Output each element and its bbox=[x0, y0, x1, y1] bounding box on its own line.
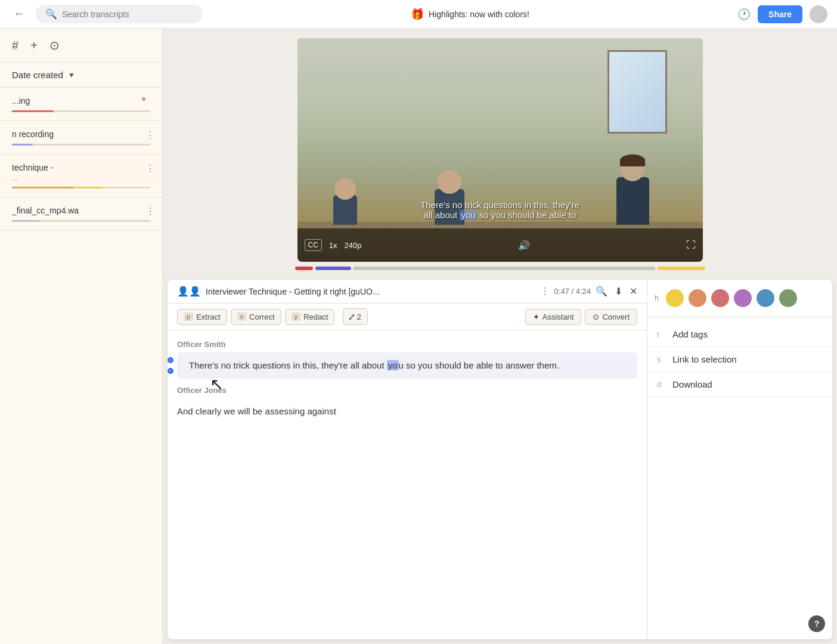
time-icon[interactable]: 🕐 bbox=[737, 8, 751, 21]
add-tags-action[interactable]: t Add tags bbox=[647, 322, 832, 347]
person-3-hair bbox=[620, 154, 645, 166]
sidebar-icons: # + ⊙ bbox=[0, 29, 162, 63]
transcript-title: Interviewer Technique - Getting it right… bbox=[206, 287, 535, 296]
avatar bbox=[810, 5, 827, 23]
date-created-bar[interactable]: Date created ▼ bbox=[0, 63, 162, 88]
transcript-text-block-2: And clearly we will be assessing against bbox=[177, 398, 637, 425]
transcript-text-after: u so you should be able to answer them. bbox=[399, 360, 559, 370]
sort-dropdown-arrow: ▼ bbox=[68, 71, 75, 79]
add-tags-label: Add tags bbox=[672, 329, 708, 339]
color-yellow[interactable] bbox=[666, 289, 684, 307]
list-item-title: technique - bbox=[12, 163, 150, 172]
highlights-label: Highlights: now with colors! bbox=[429, 10, 529, 19]
link-to-selection-action[interactable]: s Link to selection bbox=[647, 347, 832, 372]
search-icon[interactable]: 🔍 bbox=[596, 286, 607, 297]
selection-handle-top[interactable] bbox=[168, 357, 173, 363]
download-action[interactable]: d Download bbox=[647, 372, 832, 397]
download-label: Download bbox=[672, 379, 712, 389]
close-icon[interactable]: ✕ bbox=[630, 286, 637, 297]
convert-button[interactable]: ⊙ Convert bbox=[585, 309, 637, 325]
quality-button[interactable]: 240p bbox=[345, 241, 362, 250]
color-key-label: h bbox=[655, 294, 659, 302]
list-item[interactable]: _final_cc_mp4.wa ⋮ bbox=[0, 197, 162, 231]
selection-handle-bottom[interactable] bbox=[168, 368, 173, 374]
hashtag-icon[interactable]: # bbox=[12, 39, 18, 52]
branch-button[interactable]: ⑇ 2 bbox=[343, 308, 367, 325]
back-button[interactable]: ← bbox=[10, 5, 29, 24]
add-tags-key: t bbox=[657, 330, 666, 339]
list-item-title: n recording bbox=[12, 129, 150, 139]
item-menu-button[interactable]: ⋮ bbox=[145, 206, 155, 217]
item-menu-button[interactable]: ⋮ bbox=[145, 129, 155, 141]
highlights-button[interactable]: 🎁 Highlights: now with colors! bbox=[210, 8, 730, 21]
color-blue[interactable] bbox=[757, 289, 774, 307]
download-key: d bbox=[657, 380, 666, 389]
top-bar: ← 🔍 🎁 Highlights: now with colors! 🕐 Sha… bbox=[0, 0, 837, 29]
speaker-name: Officer Smith bbox=[177, 340, 637, 349]
right-actions: t Add tags s Link to selection d Downloa… bbox=[647, 317, 832, 402]
subtitle-text1: There's no trick questions in this, they… bbox=[420, 200, 579, 210]
color-purple[interactable] bbox=[734, 289, 752, 307]
color-green[interactable] bbox=[779, 289, 797, 307]
volume-button[interactable]: 🔊 bbox=[518, 240, 530, 251]
speed-button[interactable]: 1x bbox=[329, 241, 337, 250]
branch-count: 2 bbox=[356, 312, 361, 321]
person-3-head bbox=[620, 154, 645, 181]
fullscreen-button[interactable]: ⛶ bbox=[686, 240, 696, 250]
transcript-header: 👤👤 Interviewer Technique - Getting it ri… bbox=[168, 280, 647, 304]
progress-bar-fill-2 bbox=[75, 187, 103, 188]
sidebar: # + ⊙ Date created ▼ ...ing n bbox=[0, 29, 163, 644]
transcript-action-icons: 🔍 ⬇ ✕ bbox=[596, 286, 637, 297]
branch-icon: ⑇ bbox=[349, 312, 354, 321]
speaker-name-2: Officer Jones bbox=[177, 386, 637, 395]
progress-bar-fill bbox=[12, 187, 74, 188]
back-icon: ← bbox=[14, 8, 24, 20]
subtitle-text3: so you should be able to bbox=[479, 210, 576, 220]
transcript-toolbar: p Extract x Correct y Redact ⑇ bbox=[168, 304, 647, 330]
list-item-title: _final_cc_mp4.wa bbox=[12, 206, 150, 215]
link-to-selection-label: Link to selection bbox=[672, 354, 737, 364]
convert-icon: ⊙ bbox=[593, 312, 599, 321]
extract-button[interactable]: p Extract bbox=[177, 309, 227, 325]
progress-bar-fill bbox=[12, 144, 33, 145]
transcript-body: Officer Smith There's no trick questions… bbox=[168, 330, 647, 639]
video-subtitle: There's no trick questions in this, they… bbox=[297, 200, 703, 220]
progress-segments bbox=[286, 262, 715, 275]
video-player[interactable]: ▶ There's no trick questions in this, th… bbox=[297, 38, 703, 262]
notification-dot bbox=[142, 97, 145, 101]
progress-bar-fill bbox=[12, 110, 54, 112]
content-area: ▶ There's no trick questions in this, th… bbox=[163, 29, 837, 644]
search-input[interactable] bbox=[62, 10, 181, 19]
progress-bar-track bbox=[12, 110, 150, 112]
list-item[interactable]: n recording ⋮ bbox=[0, 121, 162, 154]
segment-2 bbox=[315, 267, 351, 270]
date-created-label: Date created bbox=[12, 70, 63, 80]
person-1-head bbox=[334, 178, 356, 200]
color-pink[interactable] bbox=[711, 289, 729, 307]
convert-label: Convert bbox=[602, 312, 630, 321]
list-item[interactable]: technique - ... ⋮ bbox=[0, 154, 162, 197]
progress-bar-track bbox=[12, 220, 150, 222]
extract-label: Extract bbox=[196, 312, 220, 321]
list-item[interactable]: ...ing bbox=[0, 88, 162, 121]
person-2-head bbox=[438, 170, 461, 194]
transcript-text-2-content: And clearly we will be assessing against bbox=[177, 406, 336, 416]
help-area: ? bbox=[647, 608, 832, 639]
search-icon: 🔍 bbox=[45, 8, 57, 20]
assistant-button[interactable]: ✦ Assistant bbox=[525, 309, 582, 325]
item-menu-button[interactable]: ⋮ bbox=[145, 163, 155, 174]
transcript-text-block: There's no trick questions in this, they… bbox=[177, 352, 637, 379]
more-options-icon[interactable]: ⋮ bbox=[540, 286, 550, 297]
add-icon[interactable]: + bbox=[30, 39, 38, 52]
filter-icon[interactable]: ⊙ bbox=[49, 38, 60, 52]
transcript-text-before: There's no trick questions in this, they… bbox=[189, 360, 387, 370]
correct-key: x bbox=[237, 312, 247, 321]
color-orange[interactable] bbox=[689, 289, 706, 307]
help-button[interactable]: ? bbox=[808, 615, 825, 632]
share-button[interactable]: Share bbox=[758, 5, 802, 23]
correct-button[interactable]: x Correct bbox=[231, 309, 281, 325]
cc-button[interactable]: CC bbox=[305, 239, 322, 251]
redact-key: y bbox=[292, 312, 301, 321]
redact-button[interactable]: y Redact bbox=[285, 309, 335, 325]
download-icon[interactable]: ⬇ bbox=[615, 286, 622, 297]
